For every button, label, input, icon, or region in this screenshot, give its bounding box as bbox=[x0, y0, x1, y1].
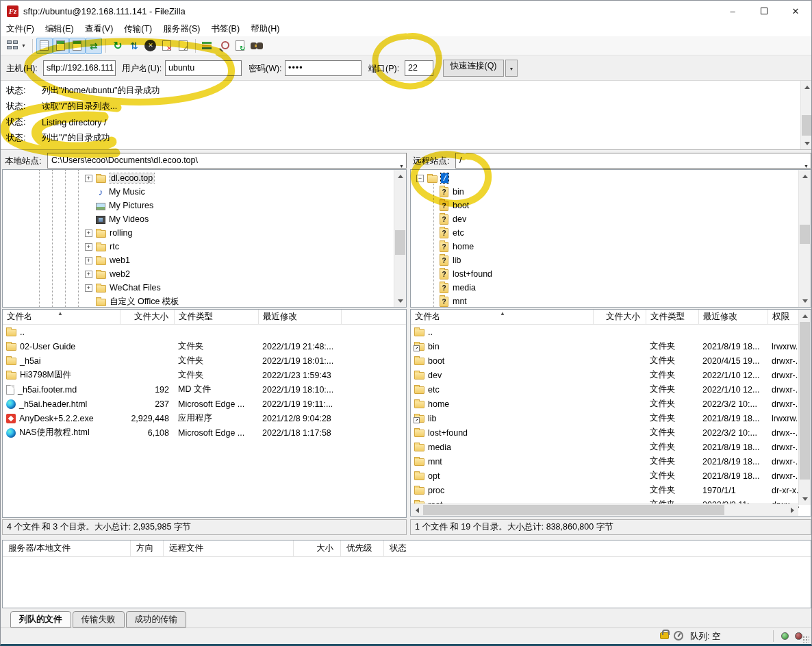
local-tree-item[interactable]: +web1 bbox=[3, 253, 406, 267]
queue-column-server-local[interactable]: 服务器/本地文件 bbox=[3, 541, 131, 556]
remote-tree-item[interactable]: lost+found bbox=[411, 267, 811, 281]
file-row[interactable]: mnt 文件夹2021/8/19 18...drwxr-... bbox=[411, 454, 811, 469]
remote-tree-item[interactable]: dev bbox=[411, 212, 811, 226]
menu-view[interactable]: 查看(V) bbox=[79, 22, 119, 36]
minimize-button[interactable]: – bbox=[717, 1, 748, 21]
file-row[interactable]: proc 文件夹1970/1/1dr-xr-x... bbox=[411, 483, 811, 497]
column-header-size[interactable]: 文件大小 bbox=[594, 310, 646, 324]
tab-queued-files[interactable]: 列队的文件 bbox=[10, 611, 71, 628]
local-site-combo[interactable]: C:\Users\ecoo\Documents\dl.ecoo.top\▼ bbox=[47, 153, 407, 169]
remote-tree-item[interactable]: media bbox=[411, 281, 811, 295]
local-tree-item[interactable]: +dl.ecoo.top bbox=[3, 171, 406, 185]
local-tree-item[interactable]: +rolling bbox=[3, 226, 406, 240]
remote-tree-item[interactable]: bin bbox=[411, 185, 811, 199]
remote-tree-root[interactable]: − / bbox=[411, 171, 811, 185]
file-row[interactable]: _h5ai.header.html 237Microsoft Edge ...2… bbox=[3, 397, 406, 411]
menu-help[interactable]: 帮助(H) bbox=[245, 22, 285, 36]
file-row[interactable]: _h5ai 文件夹2022/1/19 18:01:... bbox=[3, 353, 406, 368]
remote-tree-scrollbar[interactable] bbox=[798, 170, 811, 307]
find-files-button[interactable] bbox=[249, 38, 265, 54]
queue-column-direction[interactable]: 方向 bbox=[131, 541, 164, 556]
column-header-type[interactable]: 文件类型 bbox=[175, 310, 259, 324]
log-scrollbar[interactable] bbox=[800, 81, 812, 149]
file-row[interactable]: opt 文件夹2021/8/19 18...drwxr-... bbox=[411, 469, 811, 483]
local-tree-item[interactable]: 自定义 Office 模板 bbox=[3, 295, 406, 308]
column-header-modified[interactable]: 最近修改 bbox=[259, 310, 342, 324]
queue-column-size[interactable]: 大小 bbox=[294, 541, 341, 556]
maximize-button[interactable] bbox=[748, 1, 780, 21]
file-row[interactable]: boot 文件夹2020/4/15 19...drwxr-... bbox=[411, 353, 811, 368]
queue-column-status[interactable]: 状态 bbox=[384, 541, 811, 556]
column-header-type[interactable]: 文件类型 bbox=[646, 310, 699, 324]
menu-bookmarks[interactable]: 书签(B) bbox=[205, 22, 245, 36]
remote-tree-item[interactable]: home bbox=[411, 240, 811, 253]
quickconnect-dropdown[interactable]: ▼ bbox=[505, 60, 518, 77]
resize-grip[interactable] bbox=[802, 636, 809, 643]
cancel-operation-button[interactable]: ✕ bbox=[142, 38, 159, 54]
reconnect-button[interactable]: ✓ bbox=[175, 38, 192, 54]
queue-column-remote-file[interactable]: 远程文件 bbox=[164, 541, 294, 556]
file-row[interactable]: .. bbox=[411, 325, 811, 339]
file-row[interactable]: Hi3798M固件 文件夹2022/1/23 1:59:43 bbox=[3, 368, 406, 382]
site-manager-dropdown[interactable]: ▼ bbox=[21, 43, 29, 48]
file-row[interactable]: home 文件夹2022/3/2 10:...drwxr-... bbox=[411, 397, 811, 411]
file-row[interactable]: NAS使用教程.html 6,108Microsoft Edge ...2022… bbox=[3, 425, 406, 440]
folder-question-icon bbox=[440, 242, 448, 252]
remote-tree-item[interactable]: boot bbox=[411, 199, 811, 212]
remote-tree-item[interactable]: etc bbox=[411, 226, 811, 240]
close-button[interactable]: ✕ bbox=[780, 1, 811, 21]
remote-site-combo[interactable]: /▼ bbox=[455, 153, 811, 169]
file-row[interactable]: bin 文件夹2021/8/19 18...lrwxrw... bbox=[411, 339, 811, 353]
file-row[interactable]: dev 文件夹2022/1/10 12...drwxr-... bbox=[411, 368, 811, 382]
directory-filter-button[interactable] bbox=[216, 38, 232, 54]
toggle-message-log-button[interactable] bbox=[36, 38, 53, 54]
local-tree-item[interactable]: +web2 bbox=[3, 267, 406, 281]
file-row[interactable]: _h5ai.footer.md 192MD 文件2022/1/19 18:10:… bbox=[3, 382, 406, 397]
remote-tree-item[interactable]: mnt bbox=[411, 295, 811, 308]
column-header-modified[interactable]: 最近修改 bbox=[699, 310, 768, 324]
tab-successful-transfers[interactable]: 成功的传输 bbox=[126, 611, 187, 628]
compare-directories-button[interactable] bbox=[199, 38, 216, 54]
folder-icon bbox=[414, 372, 424, 380]
quickconnect-button[interactable]: 快速连接(Q) bbox=[443, 60, 504, 77]
local-tree-item[interactable]: +rtc bbox=[3, 240, 406, 253]
file-row[interactable]: 02-User Guide 文件夹2022/1/19 21:48:... bbox=[3, 339, 406, 353]
refresh-button[interactable]: ↻ bbox=[110, 38, 126, 54]
file-row[interactable]: AnyDesk+5.2.2.exe 2,929,448应用程序2021/12/8… bbox=[3, 411, 406, 425]
chevron-down-icon[interactable]: ▼ bbox=[399, 159, 404, 169]
file-row[interactable]: lib 文件夹2021/8/19 18...lrwxrw... bbox=[411, 411, 811, 425]
file-row[interactable]: media 文件夹2021/8/19 18...drwxr-... bbox=[411, 440, 811, 454]
local-tree-scrollbar[interactable] bbox=[394, 170, 406, 307]
toggle-remote-tree-button[interactable] bbox=[69, 38, 86, 54]
file-row[interactable]: etc 文件夹2022/1/10 12...drwxr-... bbox=[411, 382, 811, 397]
menu-file[interactable]: 文件(F) bbox=[1, 22, 40, 36]
site-manager-button[interactable] bbox=[4, 38, 21, 54]
port-input[interactable]: 22 bbox=[405, 60, 433, 76]
file-row[interactable]: .. bbox=[3, 325, 406, 339]
remote-list-hscrollbar[interactable] bbox=[411, 504, 798, 516]
chevron-down-icon[interactable]: ▼ bbox=[804, 159, 809, 169]
queue-column-priority[interactable]: 优先级 bbox=[341, 541, 384, 556]
local-tree-item[interactable]: ♪My Music bbox=[3, 185, 406, 199]
synchronized-browsing-button[interactable]: ↻ bbox=[232, 38, 249, 54]
toggle-queue-processing-button[interactable]: ⇅ bbox=[126, 38, 142, 54]
menu-server[interactable]: 服务器(S) bbox=[157, 22, 205, 36]
menu-edit[interactable]: 编辑(E) bbox=[40, 22, 79, 36]
disconnect-button[interactable]: ✕ bbox=[159, 38, 175, 54]
remote-list-scrollbar[interactable] bbox=[798, 310, 811, 505]
local-tree-item[interactable]: My Videos bbox=[3, 212, 406, 226]
column-header-name[interactable]: 文件名▲ bbox=[3, 310, 120, 324]
column-header-name[interactable]: 文件名▲ bbox=[411, 310, 594, 324]
remote-tree-item[interactable]: lib bbox=[411, 253, 811, 267]
host-input[interactable]: sftp://192.168.111 bbox=[43, 60, 116, 76]
password-input[interactable]: •••• bbox=[285, 60, 361, 76]
tab-failed-transfers[interactable]: 传输失败 bbox=[73, 611, 125, 628]
toggle-transfer-queue-button[interactable]: ⇄ bbox=[86, 38, 102, 54]
local-tree-item[interactable]: My Pictures bbox=[3, 199, 406, 212]
username-input[interactable]: ubuntu bbox=[165, 60, 242, 76]
local-tree-item[interactable]: +WeChat Files bbox=[3, 281, 406, 295]
column-header-size[interactable]: 文件大小 bbox=[120, 310, 175, 324]
menu-transfer[interactable]: 传输(T) bbox=[118, 22, 157, 36]
toggle-local-tree-button[interactable] bbox=[53, 38, 69, 54]
file-row[interactable]: lost+found 文件夹2022/3/2 10:...drwx--... bbox=[411, 425, 811, 440]
